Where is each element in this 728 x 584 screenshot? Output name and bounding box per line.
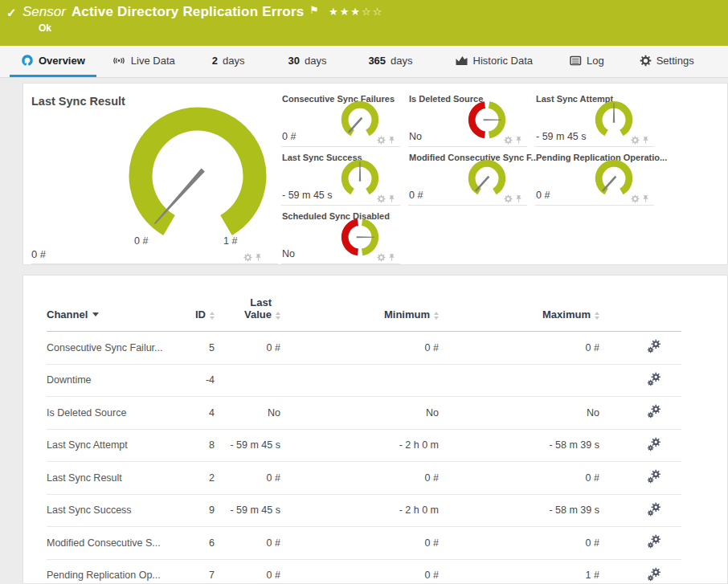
channel-name[interactable]: Modified Consecutive S... [47, 527, 167, 560]
mini-gauge [337, 157, 382, 202]
channel-name[interactable]: Last Sync Result [47, 462, 167, 495]
channel-name[interactable]: Consecutive Sync Failur... [47, 332, 167, 365]
table-row[interactable]: Is Deleted Source 4 No No No [47, 397, 681, 430]
pin-icon[interactable] [642, 136, 649, 145]
pin-icon[interactable] [255, 253, 262, 262]
last-value: 0 # [215, 527, 280, 560]
gauge-value: 0 # [536, 190, 550, 201]
gear-icon[interactable] [631, 136, 640, 145]
table-row[interactable]: Downtime -4 [47, 364, 681, 397]
gear-icon[interactable] [377, 253, 386, 262]
last-value: - 59 m 45 s [215, 429, 280, 462]
priority-flag-icon[interactable]: ⚑ [309, 4, 319, 16]
tab-number: 2 [212, 55, 218, 67]
stars-empty[interactable]: ☆☆ [362, 6, 383, 18]
pin-icon[interactable] [515, 194, 522, 203]
channel-settings-icon[interactable] [647, 469, 661, 484]
pin-icon[interactable] [515, 136, 522, 145]
gear-icon[interactable] [504, 136, 513, 145]
chart-icon [455, 55, 468, 66]
status-check-icon: ✓ [6, 6, 17, 20]
broadcast-icon [112, 55, 126, 67]
mini-gauge [591, 99, 636, 144]
sort-caret-icon [92, 312, 99, 317]
pin-icon[interactable] [388, 136, 395, 145]
channels-panel: Channel ID Last Value Minimum Maximum Co… [22, 275, 728, 584]
tab-overview[interactable]: Overview [10, 46, 96, 77]
minimum-value: 0 # [280, 462, 439, 495]
tab-historic-data[interactable]: Historic Data [452, 46, 535, 77]
pin-icon[interactable] [388, 194, 395, 203]
table-row[interactable]: Last Sync Attempt 8 - 59 m 45 s - 2 h 0 … [47, 429, 681, 462]
tab-live-data[interactable]: Live Data [109, 46, 178, 77]
gauge-value: - 59 m 45 s [282, 190, 333, 201]
table-row[interactable]: Last Sync Result 2 0 # 0 # 0 # [47, 462, 681, 495]
gauge-value: 0 # [409, 190, 423, 201]
minimum-value: No [280, 397, 439, 430]
gauge-scale-min: 0 # [134, 235, 148, 247]
channel-settings-icon[interactable] [647, 372, 661, 386]
gauge-value: No [282, 248, 295, 259]
channel-settings-icon[interactable] [647, 437, 661, 451]
column-header-minimum[interactable]: Minimum [280, 296, 439, 332]
tab-number: 30 [288, 55, 299, 67]
gear-icon [640, 55, 652, 67]
channel-settings-icon[interactable] [647, 404, 661, 419]
gauge-cell-modified-consecutive-sync-failures[interactable]: Modified Consecutive Sync F... 0 # [405, 147, 532, 206]
table-row[interactable]: Pending Replication Op... 7 0 # 0 # 1 # [47, 559, 681, 584]
gauge-cell-last-sync-success[interactable]: Last Sync Success - 59 m 45 s [278, 147, 405, 206]
table-row[interactable]: Consecutive Sync Failur... 5 0 # 0 # 0 # [47, 332, 681, 365]
gauge-cell-pending-replication-operations[interactable]: Pending Replication Operatio... 0 # [532, 147, 659, 206]
gear-icon[interactable] [377, 136, 386, 145]
maximum-value: 0 # [439, 527, 599, 560]
column-header-id[interactable]: ID [167, 296, 215, 332]
tab-settings[interactable]: Settings [637, 46, 697, 77]
priority-stars[interactable]: ★★★☆☆ [329, 6, 383, 18]
gauge-cell-last-sync-result[interactable]: Last Sync Result 0 # 1 # 0 # [23, 88, 278, 264]
channel-settings-icon[interactable] [647, 534, 661, 549]
gauge-icon [21, 54, 34, 67]
minimum-value: 0 # [280, 332, 439, 365]
column-header-last-value[interactable]: Last Value [215, 296, 280, 332]
mini-gauge [464, 99, 509, 144]
column-header-channel[interactable]: Channel [47, 296, 167, 332]
gauge-cell-scheduled-sync-disabled[interactable]: Scheduled Sync Disabled No [278, 206, 405, 264]
channel-settings-icon[interactable] [647, 502, 661, 517]
gauge-value: No [409, 131, 422, 142]
gear-icon[interactable] [243, 253, 252, 262]
gauge-cell-consecutive-sync-failures[interactable]: Consecutive Sync Failures 0 # [278, 88, 405, 147]
channel-name[interactable]: Last Sync Success [47, 494, 167, 527]
table-row[interactable]: Last Sync Success 9 - 59 m 45 s - 2 h 0 … [47, 494, 681, 527]
gear-icon[interactable] [377, 194, 386, 203]
last-value: 0 # [215, 332, 280, 365]
gauges-panel: Last Sync Result 0 # 1 # 0 # Consecutive… [22, 83, 728, 265]
channel-name[interactable]: Last Sync Attempt [47, 429, 167, 462]
gauge-scale-max: 1 # [223, 235, 237, 247]
tab-365-days[interactable]: 365 days [366, 46, 415, 77]
pin-icon[interactable] [642, 194, 649, 203]
channel-settings-icon[interactable] [647, 339, 661, 353]
channel-id: 6 [167, 527, 215, 560]
stars-filled[interactable]: ★★★ [329, 6, 362, 18]
pin-icon[interactable] [388, 253, 395, 262]
channel-id: -4 [167, 364, 215, 397]
channel-settings-icon[interactable] [647, 567, 661, 582]
tab-number: 365 [368, 55, 386, 67]
tab-2-days[interactable]: 2 days [210, 46, 247, 77]
gauge-cell-last-sync-attempt[interactable]: Last Sync Attempt - 59 m 45 s [532, 88, 659, 147]
tab-30-days[interactable]: 30 days [285, 46, 329, 77]
channel-id: 5 [167, 332, 215, 365]
gauge-value: - 59 m 45 s [536, 131, 587, 142]
tab-log[interactable]: Log [567, 46, 607, 77]
channel-id: 9 [167, 494, 215, 527]
tab-label: days [305, 55, 326, 67]
column-header-maximum[interactable]: Maximum [439, 296, 599, 332]
tab-label: Historic Data [473, 55, 533, 67]
gauge-cell-is-deleted-source[interactable]: Is Deleted Source No [405, 88, 532, 147]
channel-name[interactable]: Is Deleted Source [47, 397, 167, 430]
table-row[interactable]: Modified Consecutive S... 6 0 # 0 # 0 # [47, 527, 681, 560]
channel-name[interactable]: Pending Replication Op... [47, 559, 167, 584]
gear-icon[interactable] [504, 194, 513, 203]
gear-icon[interactable] [631, 194, 640, 203]
channel-name[interactable]: Downtime [47, 364, 167, 397]
